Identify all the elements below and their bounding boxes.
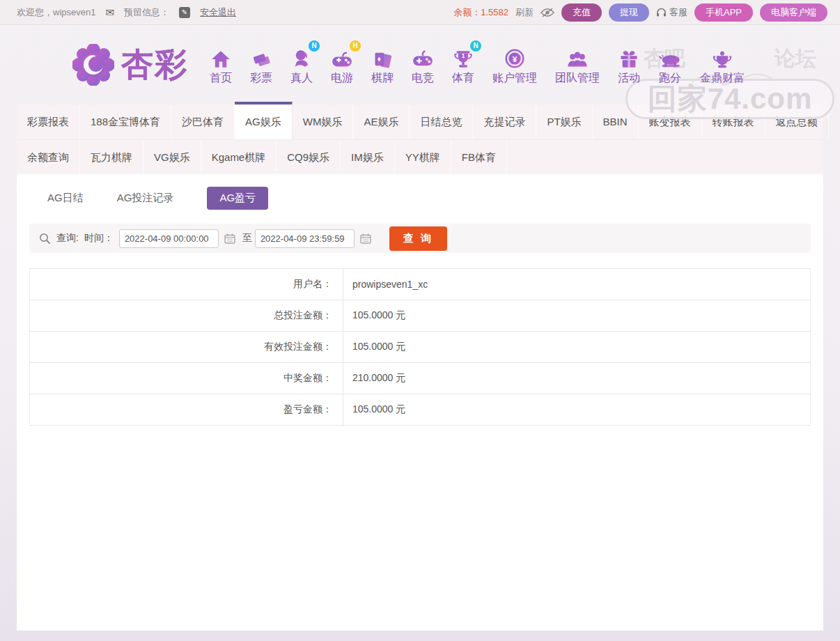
tab-im-entertainment[interactable]: IM娱乐 — [341, 140, 395, 175]
nav-item-account[interactable]: ¥ 账户管理 — [483, 45, 546, 86]
tab-ae-entertainment[interactable]: AE娱乐 — [353, 105, 410, 139]
nav-label: 团队管理 — [555, 71, 600, 86]
time-label: 时间： — [84, 232, 114, 245]
tab-yy-boardgames[interactable]: YY棋牌 — [395, 140, 451, 175]
table-row-winning-amount: 中奖金额： 210.0000 元 — [30, 363, 811, 394]
nav-item-egame[interactable]: H 电游 — [322, 45, 362, 86]
balance-value: 1.5582 — [481, 7, 508, 17]
subtab-ag-profit-loss[interactable]: AG盈亏 — [207, 187, 268, 210]
nav-item-boardgames[interactable]: 棋牌 — [362, 45, 403, 86]
nav-item-esports[interactable]: 电竞 — [403, 45, 443, 86]
envelope-icon[interactable]: ✉ — [105, 6, 114, 19]
tab-row-1: 彩票报表 188金宝博体育 沙巴体育 AG娱乐 WM娱乐 AE娱乐 日结总览 充… — [17, 105, 823, 139]
table-row-profit-loss-amount: 盈亏金额： 105.0000 元 — [30, 394, 811, 426]
recharge-button[interactable]: 充值 — [561, 3, 602, 22]
lottery-tickets-icon — [251, 50, 271, 68]
tab-deposit-withdraw-records[interactable]: 充提记录 — [473, 105, 536, 139]
nav-label: 彩票 — [250, 71, 272, 86]
content-card: 彩票报表 188金宝博体育 沙巴体育 AG娱乐 WM娱乐 AE娱乐 日结总览 充… — [17, 105, 823, 631]
customer-service-label: 客服 — [669, 6, 687, 19]
calendar-icon[interactable] — [224, 233, 235, 244]
tab-bbin[interactable]: BBIN — [593, 105, 639, 139]
query-label: 查询: — [56, 232, 79, 245]
nav-item-lottery[interactable]: 彩票 — [241, 45, 281, 86]
query-submit-button[interactable]: 查 询 — [389, 226, 447, 251]
account-yuan-icon: ¥ — [505, 49, 524, 68]
svg-text:¥: ¥ — [513, 54, 518, 63]
nav-item-home[interactable]: 首页 — [201, 45, 241, 86]
tab-wali-boardgames[interactable]: 瓦力棋牌 — [80, 140, 143, 175]
nav-label: 首页 — [210, 71, 232, 86]
tab-account-change-report[interactable]: 账变报表 — [639, 105, 702, 139]
live-person-icon — [292, 49, 311, 68]
nav-label: 跑分 — [659, 71, 681, 86]
refresh-button[interactable]: 刷新 — [515, 6, 534, 19]
main-nav: 首页 彩票 N 真人 H 电游 棋牌 电竞 — [201, 45, 754, 86]
pc-client-button[interactable]: 电脑客户端 — [760, 3, 827, 22]
home-icon — [211, 50, 231, 68]
tab-rebate-total[interactable]: 返点总额 — [765, 105, 829, 139]
customer-service-link[interactable]: 客服 — [656, 6, 687, 19]
tab-188-sports[interactable]: 188金宝博体育 — [80, 105, 171, 139]
nav-item-paofen[interactable]: 跑分 — [649, 45, 691, 86]
subtab-ag-bet-records[interactable]: AG投注记录 — [117, 187, 174, 210]
svg-text:1: 1 — [462, 53, 465, 59]
tab-transfer-report[interactable]: 转账报表 — [702, 105, 765, 139]
end-time-input[interactable] — [255, 229, 355, 248]
calendar-icon[interactable] — [360, 233, 371, 244]
tab-kgame-boardgames[interactable]: Kgame棋牌 — [201, 140, 277, 175]
site-header: 杏吧 论坛 回家74.com 杏彩 首页 彩票 — [0, 25, 840, 105]
nav-label: 账户管理 — [492, 71, 537, 86]
row-value: 105.0000 元 — [343, 394, 811, 426]
nav-item-activity[interactable]: 活动 — [609, 45, 649, 86]
tab-pt-entertainment[interactable]: PT娱乐 — [536, 105, 592, 139]
badge-n: N — [470, 40, 481, 52]
row-value: 105.0000 元 — [343, 300, 811, 332]
tab-lottery-report[interactable]: 彩票报表 — [17, 105, 80, 139]
tab-daily-summary[interactable]: 日结总览 — [410, 105, 473, 139]
activity-gift-icon — [619, 50, 639, 68]
nav-label: 电游 — [331, 71, 353, 86]
row-label: 总投注金额： — [30, 300, 343, 332]
nav-item-team[interactable]: 团队管理 — [546, 45, 609, 86]
headset-icon — [656, 8, 667, 17]
tab-fb-sports[interactable]: FB体育 — [451, 140, 507, 175]
site-logo[interactable]: 杏彩 — [72, 43, 188, 86]
logo-text: 杏彩 — [121, 43, 188, 86]
esports-gamepad-icon — [412, 50, 433, 68]
nav-item-wealth[interactable]: 金鼎财富 — [691, 45, 754, 86]
tab-saba-sports[interactable]: 沙巴体育 — [171, 105, 235, 139]
nav-label: 金鼎财富 — [700, 71, 745, 86]
withdraw-button[interactable]: 提现 — [609, 3, 649, 22]
tab-wm-entertainment[interactable]: WM娱乐 — [293, 105, 354, 139]
nav-item-live[interactable]: N 真人 — [281, 45, 322, 86]
team-people-icon — [567, 50, 588, 68]
board-cards-icon — [373, 50, 392, 68]
edit-icon[interactable]: ✎ — [179, 7, 190, 18]
nav-label: 棋牌 — [371, 71, 394, 86]
search-icon — [39, 233, 51, 245]
nav-item-sports[interactable]: 1 N 体育 — [443, 45, 483, 86]
subtab-ag-daily[interactable]: AG日结 — [47, 187, 84, 210]
nav-label: 体育 — [452, 71, 474, 86]
tab-cq9-entertainment[interactable]: CQ9娱乐 — [277, 140, 341, 175]
logout-link[interactable]: 安全退出 — [200, 6, 236, 19]
start-time-input[interactable] — [119, 229, 219, 248]
tab-row-2: 余额查询 瓦力棋牌 VG娱乐 Kgame棋牌 CQ9娱乐 IM娱乐 YY棋牌 F… — [17, 139, 823, 174]
tab-vg-entertainment[interactable]: VG娱乐 — [143, 140, 201, 175]
query-bar: 查询: 时间： 至 查 询 — [29, 224, 811, 253]
reserved-info-label: 预留信息： — [124, 6, 169, 19]
tab-balance-query[interactable]: 余额查询 — [17, 140, 80, 175]
watermark-right: 论坛 — [775, 45, 816, 73]
tab-ag-entertainment[interactable]: AG娱乐 — [235, 102, 293, 139]
paofen-rhino-icon — [658, 52, 682, 68]
row-value: 210.0000 元 — [343, 363, 811, 394]
egame-gamepad-icon — [332, 50, 352, 68]
mobile-app-button[interactable]: 手机APP — [694, 3, 753, 22]
wealth-trophy-icon — [713, 50, 732, 68]
nav-label: 活动 — [618, 71, 640, 86]
sports-trophy-icon: 1 — [453, 50, 473, 68]
topbar: 欢迎您，wipseven1 ✉ 预留信息： ✎ 安全退出 余额：1.5582 刷… — [0, 0, 840, 25]
eye-off-icon[interactable] — [540, 8, 554, 17]
row-value: 105.0000 元 — [343, 332, 811, 363]
